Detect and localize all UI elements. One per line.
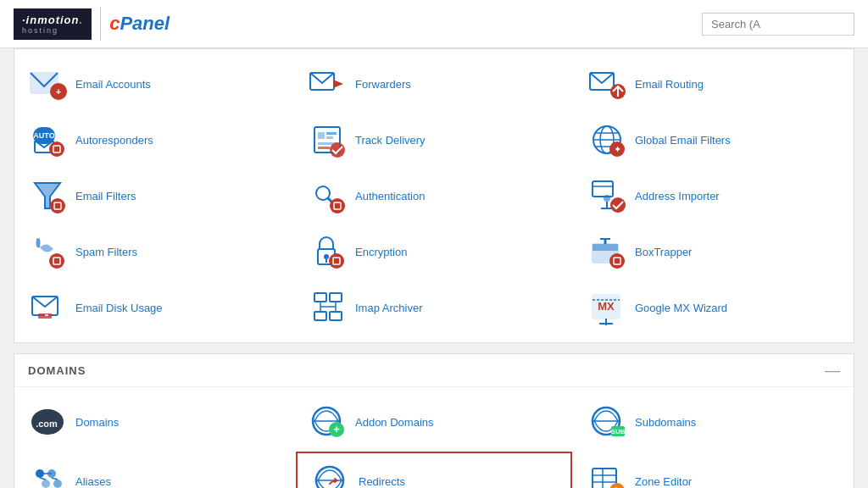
email-section: + Email Accounts Forwarders [14, 48, 854, 343]
search-input[interactable] [702, 13, 854, 36]
svg-point-81 [42, 480, 50, 488]
email-disk-usage-label: Email Disk Usage [75, 302, 163, 314]
google-mx-wizard-icon: MX [587, 288, 626, 327]
svg-text:+: + [333, 423, 340, 435]
inmotion-logo: ∙inmotion. hosting [14, 8, 92, 40]
svg-point-29 [50, 198, 65, 214]
svg-rect-18 [318, 147, 330, 149]
svg-point-44 [324, 254, 329, 259]
zone-editor-icon: ✎ [587, 462, 626, 488]
svg-point-52 [609, 253, 625, 269]
address-importer-item[interactable]: Address Importer [574, 168, 854, 224]
domains-items-grid: .com Domains + Addon Domains [14, 387, 854, 488]
svg-point-46 [329, 253, 344, 269]
svg-point-19 [330, 142, 345, 158]
imap-archiver-icon [308, 288, 347, 327]
svg-point-41 [49, 253, 64, 269]
svg-rect-60 [330, 312, 342, 320]
autoresponders-label: Autoresponders [75, 134, 153, 147]
google-mx-wizard-item[interactable]: MX Google MX Wizard [574, 280, 854, 336]
subdomains-item[interactable]: SUB Subdomains [574, 394, 854, 450]
email-items-grid: + Email Accounts Forwarders [14, 49, 854, 342]
aliases-label: Aliases [75, 475, 111, 488]
svg-text:✦: ✦ [614, 144, 621, 154]
imap-archiver-label: Imap Archiver [355, 302, 422, 314]
svg-point-82 [53, 480, 62, 488]
svg-rect-57 [314, 293, 326, 302]
email-accounts-icon: + [28, 64, 67, 103]
svg-rect-59 [314, 312, 326, 320]
boxtrapper-item[interactable]: BoxTrapper [574, 224, 854, 280]
address-importer-label: Address Importer [635, 190, 720, 202]
domains-section-header: DOMAINS ― [14, 354, 854, 387]
svg-line-83 [40, 478, 46, 480]
email-accounts-item[interactable]: + Email Accounts [14, 56, 294, 112]
email-routing-item[interactable]: Email Routing [574, 56, 854, 112]
zone-editor-label: Zone Editor [635, 475, 692, 488]
domains-collapse-button[interactable]: ― [825, 363, 840, 378]
addon-domains-label: Addon Domains [355, 416, 434, 429]
zone-editor-item[interactable]: ✎ Zone Editor [574, 450, 854, 488]
email-filters-icon [28, 176, 67, 215]
authentication-item[interactable]: Authentication [294, 168, 574, 224]
subdomains-label: Subdomains [635, 416, 696, 429]
redirects-label: Redirects [359, 475, 405, 488]
email-routing-icon [587, 64, 626, 103]
aliases-item[interactable]: Aliases [14, 450, 294, 488]
domains-item[interactable]: .com Domains [14, 394, 294, 450]
global-email-filters-item[interactable]: ✦ Global Email Filters [574, 112, 854, 168]
logo-area: ∙inmotion. hosting cPanel [14, 7, 170, 41]
google-mx-wizard-label: Google MX Wizard [635, 302, 727, 314]
svg-line-84 [52, 478, 58, 480]
svg-text:+: + [56, 86, 61, 97]
svg-rect-15 [326, 132, 337, 135]
svg-rect-58 [330, 293, 342, 302]
main-content: + Email Accounts Forwarders [0, 48, 868, 488]
email-routing-label: Email Routing [635, 78, 704, 91]
forwarders-label: Forwarders [355, 78, 411, 91]
svg-point-33 [330, 198, 345, 214]
svg-rect-35 [593, 181, 613, 197]
forwarders-icon [308, 64, 347, 103]
encryption-label: Encryption [355, 246, 407, 258]
domains-section: DOMAINS ― .com Domains [14, 353, 854, 488]
spam-filters-item[interactable]: Spam Filters [14, 224, 294, 280]
email-disk-usage-icon [28, 288, 67, 327]
addon-domains-item[interactable]: + Addon Domains [294, 394, 574, 450]
global-email-filters-icon: ✦ [587, 120, 626, 159]
forwarders-item[interactable]: Forwarders [294, 56, 574, 112]
svg-rect-55 [38, 313, 52, 319]
autoresponders-item[interactable]: AUTO Autoresponders [14, 112, 294, 168]
svg-text:SUB: SUB [611, 428, 626, 435]
svg-point-11 [49, 141, 64, 157]
addon-domains-icon: + [308, 402, 347, 441]
svg-point-40 [610, 197, 626, 213]
autoresponders-icon: AUTO [28, 120, 67, 159]
address-importer-icon [587, 176, 626, 215]
redirects-item[interactable]: Redirects [296, 452, 572, 488]
domains-section-title: DOMAINS [28, 364, 86, 377]
email-disk-usage-item[interactable]: Email Disk Usage [14, 280, 294, 336]
authentication-icon [308, 176, 347, 215]
track-delivery-icon [308, 120, 347, 159]
svg-text:MX: MX [598, 300, 615, 313]
spam-filters-icon [28, 232, 67, 271]
encryption-item[interactable]: Encryption [294, 224, 574, 280]
svg-rect-49 [593, 244, 618, 251]
svg-rect-16 [326, 136, 333, 139]
domains-icon: .com [28, 402, 67, 441]
aliases-icon [28, 462, 67, 488]
svg-rect-14 [318, 132, 325, 139]
email-accounts-label: Email Accounts [75, 78, 151, 91]
track-delivery-label: Track Delivery [355, 134, 426, 147]
logo-divider [100, 7, 101, 41]
email-filters-item[interactable]: Email Filters [14, 168, 294, 224]
email-filters-label: Email Filters [75, 190, 136, 202]
boxtrapper-icon [587, 232, 626, 271]
svg-text:.com: .com [36, 419, 58, 429]
svg-text:AUTO: AUTO [33, 131, 54, 140]
encryption-icon [308, 232, 347, 271]
imap-archiver-item[interactable]: Imap Archiver [294, 280, 574, 336]
track-delivery-item[interactable]: Track Delivery [294, 112, 574, 168]
spam-filters-label: Spam Filters [75, 246, 137, 258]
